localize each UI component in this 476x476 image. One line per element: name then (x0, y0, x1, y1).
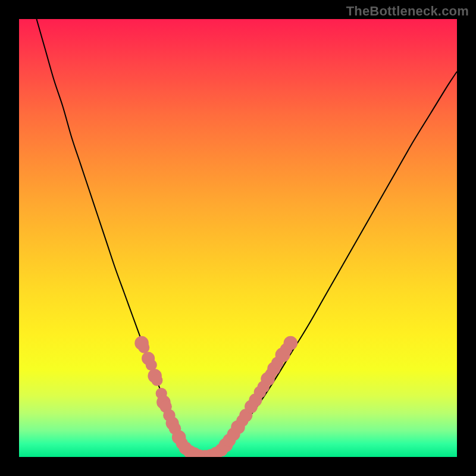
plot-area (19, 19, 457, 457)
curve-marker (151, 375, 162, 386)
bottleneck-curve (36, 19, 457, 457)
curve-svg (19, 19, 457, 457)
watermark-text: TheBottleneck.com (346, 4, 469, 19)
chart-stage: TheBottleneck.com (0, 0, 476, 476)
curve-markers (134, 336, 298, 457)
curve-marker (284, 336, 298, 350)
curve-marker (138, 342, 149, 353)
